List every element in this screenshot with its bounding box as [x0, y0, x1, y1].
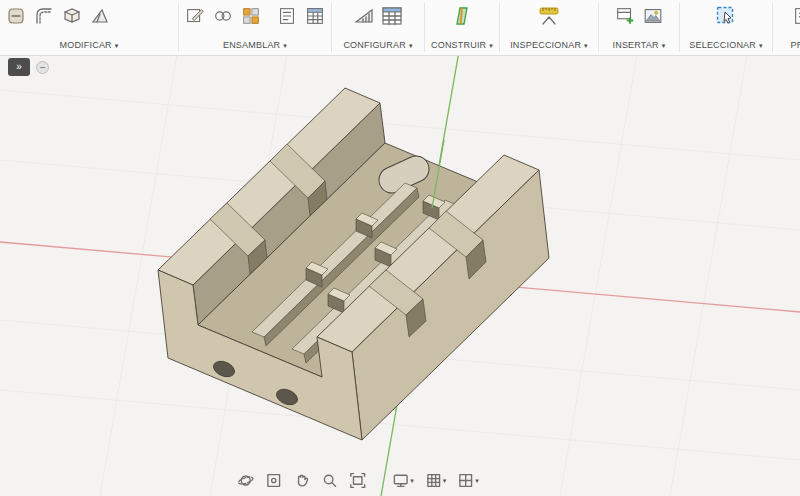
menu-construir[interactable]: CONSTRUIR ▾: [425, 39, 499, 51]
chevron-down-icon: ▾: [475, 477, 479, 484]
proj-icons: [773, 3, 800, 29]
measure-icon[interactable]: [536, 3, 562, 29]
viewports-icon[interactable]: ▾: [455, 470, 481, 491]
menu-inspeccionar-label: INSPECCIONAR: [510, 40, 581, 50]
look-at-icon[interactable]: [263, 470, 284, 491]
fit-icon[interactable]: [347, 470, 368, 491]
menu-seleccionar-label: SELECCIONAR: [689, 40, 756, 50]
toolbar-group-insertar: INSERTAR ▾: [599, 0, 679, 55]
configuration-icon[interactable]: [351, 3, 377, 29]
canvas-image-icon[interactable]: [640, 3, 666, 29]
menu-insertar[interactable]: INSERTAR ▾: [599, 39, 679, 51]
navigation-bar: ▾ ▾ ▾: [235, 470, 481, 491]
rigid-group-icon[interactable]: [274, 3, 300, 29]
menu-ensamblar[interactable]: ENSAMBLAR ▾: [179, 39, 331, 51]
chevron-down-icon: ▾: [489, 42, 493, 49]
fillet-icon[interactable]: [31, 3, 57, 29]
orbit-icon[interactable]: [235, 470, 256, 491]
chevron-down-icon: ▾: [115, 42, 119, 49]
grid-settings-icon[interactable]: ▾: [423, 470, 449, 491]
draft-icon[interactable]: [87, 3, 113, 29]
comment-badge[interactable]: –: [36, 61, 49, 74]
menu-inspeccionar[interactable]: INSPECCIONAR ▾: [500, 39, 598, 51]
toolbar-group-construir: CONSTRUIR ▾: [425, 0, 499, 55]
chevron-down-icon: ▾: [443, 477, 447, 484]
chevron-down-icon: ▾: [409, 42, 413, 49]
window-select-icon[interactable]: [713, 3, 739, 29]
construir-icons: [425, 3, 499, 29]
chevron-down-icon: ▾: [662, 42, 666, 49]
configurar-icons: [332, 3, 424, 29]
menu-configurar[interactable]: CONFIGURAR ▾: [332, 39, 424, 51]
menu-seleccionar[interactable]: SELECCIONAR ▾: [680, 39, 772, 51]
menu-proj-label: PROJ: [791, 40, 800, 50]
menu-configurar-label: CONFIGURAR: [343, 40, 406, 50]
toolbar-group-proj: PROJ: [773, 0, 800, 55]
construction-plane-icon[interactable]: [449, 3, 475, 29]
chevron-down-icon: ▾: [410, 477, 414, 484]
menu-ensamblar-label: ENSAMBLAR: [223, 40, 280, 50]
zoom-icon[interactable]: [319, 470, 340, 491]
3d-viewport[interactable]: » –: [0, 55, 800, 496]
joint-icon[interactable]: [210, 3, 236, 29]
display-settings-icon[interactable]: ▾: [390, 470, 416, 491]
new-component-icon[interactable]: [182, 3, 208, 29]
chevron-down-icon: ▾: [584, 42, 588, 49]
model-body[interactable]: [158, 88, 549, 440]
menu-modificar-label: MODIFICAR: [59, 40, 111, 50]
shell-icon[interactable]: [59, 3, 85, 29]
seleccionar-icons: [680, 3, 772, 29]
chevron-down-icon: ▾: [759, 42, 763, 49]
chevron-down-icon: ▾: [283, 42, 287, 49]
contact-list-icon[interactable]: [302, 3, 328, 29]
menu-insertar-label: INSERTAR: [613, 40, 659, 50]
insertar-icons: [599, 3, 679, 29]
derive-icon[interactable]: [612, 3, 638, 29]
model-rail-end: [392, 169, 416, 180]
menu-modificar[interactable]: MODIFICAR ▾: [0, 39, 178, 51]
toolbar-group-inspeccionar: INSPECCIONAR ▾: [500, 0, 598, 55]
menu-construir-label: CONSTRUIR: [431, 40, 486, 50]
joint-origin-icon[interactable]: [238, 3, 264, 29]
inspeccionar-icons: [500, 3, 598, 29]
toolbar-group-seleccionar: SELECCIONAR ▾: [680, 0, 772, 55]
ensamblar-icons: [179, 3, 331, 29]
browser-collapse-button[interactable]: »: [8, 58, 30, 76]
toolbar-group-modificar: MODIFICAR ▾: [0, 0, 178, 55]
toolbar-group-configurar: CONFIGURAR ▾: [332, 0, 424, 55]
pan-icon[interactable]: [291, 470, 312, 491]
clipped-panel-icon[interactable]: [790, 3, 800, 29]
toolbar-group-ensamblar: ENSAMBLAR ▾: [179, 0, 331, 55]
menu-proj[interactable]: PROJ: [773, 39, 800, 51]
main-toolbar: MODIFICAR ▾ ENSAMBLAR ▾: [0, 0, 800, 56]
viewport-canvas: [0, 55, 800, 496]
modificar-icons: [0, 3, 178, 29]
configuration-table-icon[interactable]: [379, 3, 405, 29]
press-pull-icon[interactable]: [3, 3, 29, 29]
